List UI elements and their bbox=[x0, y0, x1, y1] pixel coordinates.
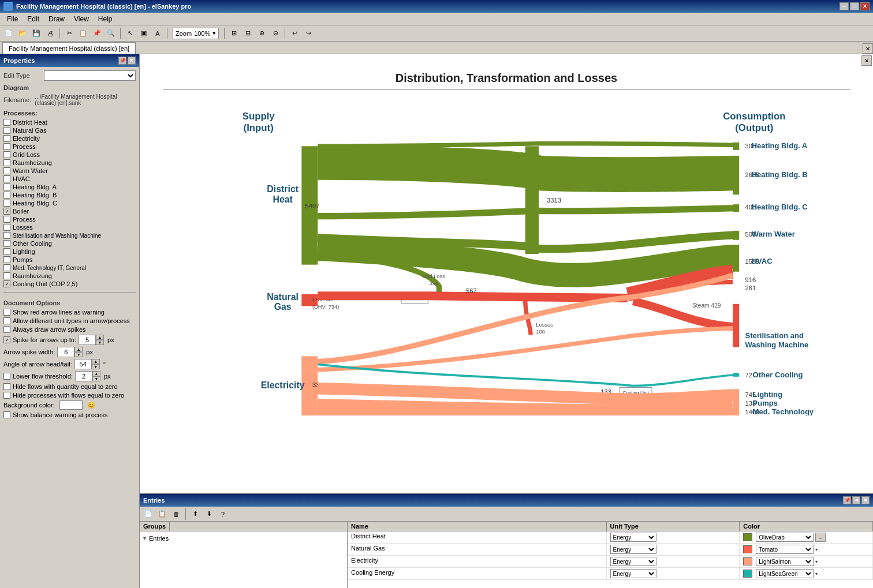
process-item-19[interactable]: Raumheizung bbox=[3, 272, 136, 279]
process-item-10[interactable]: Heating Bldg. C bbox=[3, 200, 136, 207]
process-checkbox-18[interactable] bbox=[3, 264, 10, 271]
save-button[interactable]: 💾 bbox=[30, 27, 43, 40]
copy-button[interactable]: 📋 bbox=[77, 27, 89, 40]
doc-opt-checkbox-4[interactable] bbox=[3, 336, 10, 343]
angle-up[interactable]: ▲ bbox=[92, 359, 100, 364]
process-checkbox-20[interactable] bbox=[3, 280, 10, 287]
entries-delete-button[interactable]: 🗑 bbox=[170, 508, 182, 520]
process-item-18[interactable]: Med. Technology IT, General bbox=[3, 264, 136, 271]
zoom-in-button[interactable]: ⊕ bbox=[255, 27, 268, 40]
menu-file[interactable]: File bbox=[2, 14, 23, 24]
process-item-15[interactable]: Other Cooling bbox=[3, 240, 136, 247]
menu-draw[interactable]: Draw bbox=[44, 14, 69, 24]
process-checkbox-1[interactable] bbox=[3, 127, 10, 134]
maximize-button[interactable]: □ bbox=[850, 2, 859, 10]
menu-help[interactable]: Help bbox=[94, 14, 117, 24]
angle-input[interactable] bbox=[74, 359, 92, 369]
process-checkbox-2[interactable] bbox=[3, 135, 10, 142]
process-checkbox-14[interactable] bbox=[3, 232, 10, 239]
entries-import-button[interactable]: ⬆ bbox=[189, 508, 202, 520]
doc-opt-checkbox-7[interactable] bbox=[3, 373, 10, 380]
process-item-14[interactable]: Sterilisation and Washing Machine bbox=[3, 232, 136, 239]
edit-type-select[interactable] bbox=[44, 70, 136, 81]
row-2-color-select[interactable]: LightSalmon bbox=[756, 557, 814, 566]
process-checkbox-3[interactable] bbox=[3, 143, 10, 150]
process-item-1[interactable]: Natural Gas bbox=[3, 127, 136, 134]
process-item-3[interactable]: Process bbox=[3, 143, 136, 150]
threshold-input[interactable] bbox=[75, 371, 92, 381]
panel-pin-button[interactable]: 📌 bbox=[118, 57, 126, 65]
process-checkbox-8[interactable] bbox=[3, 183, 10, 190]
main-tab[interactable]: Facility Management Hospital (classic) [… bbox=[2, 42, 136, 54]
process-item-4[interactable]: Grid Loss bbox=[3, 151, 136, 158]
search-button[interactable]: 🔍 bbox=[105, 27, 117, 40]
tree-item-entries[interactable]: ▼ Entries bbox=[142, 534, 345, 543]
row-1-unit-select[interactable]: Energy bbox=[610, 545, 656, 554]
process-item-11[interactable]: Boiler bbox=[3, 208, 136, 215]
process-item-7[interactable]: HVAC bbox=[3, 175, 136, 182]
entries-close-button[interactable]: ✕ bbox=[861, 496, 870, 504]
minimize-button[interactable]: ─ bbox=[840, 2, 849, 10]
threshold-down[interactable]: ▼ bbox=[92, 376, 100, 381]
process-checkbox-12[interactable] bbox=[3, 216, 10, 223]
row-0-color-select[interactable]: OliveDrab bbox=[756, 533, 814, 542]
process-item-0[interactable]: District Heat bbox=[3, 119, 136, 126]
undo-button[interactable]: ↩ bbox=[288, 27, 301, 40]
process-checkbox-16[interactable] bbox=[3, 248, 10, 255]
arrow-button[interactable]: ↖ bbox=[124, 27, 136, 40]
process-checkbox-15[interactable] bbox=[3, 240, 10, 247]
panel-close-button[interactable]: ✕ bbox=[128, 57, 136, 65]
row-3-color-select[interactable]: LightSeaGreen bbox=[756, 569, 814, 578]
process-checkbox-7[interactable] bbox=[3, 175, 10, 182]
zoom-out-button[interactable]: ⊖ bbox=[269, 27, 282, 40]
print-button[interactable]: 🖨 bbox=[44, 27, 57, 40]
process-item-5[interactable]: Raumheizung bbox=[3, 159, 136, 166]
threshold-up[interactable]: ▲ bbox=[92, 371, 100, 376]
process-item-17[interactable]: Pumps bbox=[3, 256, 136, 263]
zoom-width-button[interactable]: ⊟ bbox=[241, 27, 254, 40]
tab-close-button[interactable]: ✕ bbox=[863, 43, 873, 54]
entries-float-button[interactable]: ⇥ bbox=[852, 496, 860, 504]
process-item-9[interactable]: Heating Bldg. B bbox=[3, 192, 136, 199]
entries-pin-button[interactable]: 📌 bbox=[843, 496, 851, 504]
hide-flows-checkbox[interactable] bbox=[3, 383, 10, 390]
menu-edit[interactable]: Edit bbox=[23, 14, 44, 24]
row-3-unit-select[interactable]: Energy bbox=[610, 569, 656, 578]
paste-button[interactable]: 📌 bbox=[91, 27, 103, 40]
process-checkbox-5[interactable] bbox=[3, 159, 10, 166]
entries-help-button[interactable]: ? bbox=[217, 508, 229, 520]
redo-button[interactable]: ↪ bbox=[302, 27, 315, 40]
process-checkbox-19[interactable] bbox=[3, 272, 10, 279]
process-item-16[interactable]: Lighting bbox=[3, 248, 136, 255]
process-item-2[interactable]: Electricity bbox=[3, 135, 136, 142]
angle-down[interactable]: ▼ bbox=[92, 364, 100, 369]
text-button[interactable]: A bbox=[151, 27, 164, 40]
process-item-20[interactable]: Cooling Unit (COP 2,5) bbox=[3, 280, 136, 287]
process-checkbox-17[interactable] bbox=[3, 256, 10, 263]
row-0-unit-select[interactable]: Energy bbox=[610, 533, 656, 542]
process-checkbox-11[interactable] bbox=[3, 208, 10, 215]
process-item-13[interactable]: Losses bbox=[3, 224, 136, 231]
process-checkbox-0[interactable] bbox=[3, 119, 10, 126]
menu-view[interactable]: View bbox=[69, 14, 94, 24]
doc-opt-checkbox-1[interactable] bbox=[3, 309, 10, 316]
spike-width-input[interactable] bbox=[57, 347, 74, 357]
bg-color-swatch[interactable] bbox=[59, 400, 83, 410]
zoom-fit-button[interactable]: ⊞ bbox=[227, 27, 240, 40]
process-checkbox-6[interactable] bbox=[3, 167, 10, 174]
hide-processes-checkbox[interactable] bbox=[3, 392, 10, 399]
process-item-12[interactable]: Process bbox=[3, 216, 136, 223]
spike-down-button[interactable]: ▼ bbox=[96, 340, 104, 345]
row-2-unit-select[interactable]: Energy bbox=[610, 557, 656, 566]
entries-new-button[interactable]: 📄 bbox=[142, 508, 155, 520]
select-button[interactable]: ▣ bbox=[137, 27, 150, 40]
process-item-6[interactable]: Warm Water bbox=[3, 167, 136, 174]
row-0-color-button[interactable]: ... bbox=[815, 533, 826, 542]
process-checkbox-4[interactable] bbox=[3, 151, 10, 158]
process-checkbox-10[interactable] bbox=[3, 200, 10, 207]
new-button[interactable]: 📄 bbox=[2, 27, 15, 40]
doc-opt-checkbox-3[interactable] bbox=[3, 326, 10, 333]
spike-value-input[interactable] bbox=[79, 335, 96, 345]
process-item-8[interactable]: Heating Bldg. A bbox=[3, 183, 136, 190]
process-checkbox-9[interactable] bbox=[3, 192, 10, 199]
